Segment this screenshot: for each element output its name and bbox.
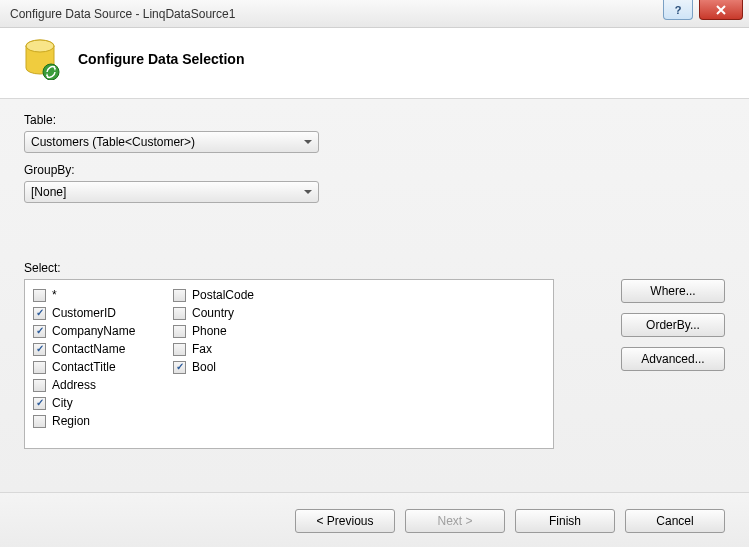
checkbox-icon[interactable] (173, 289, 186, 302)
checkbox-icon[interactable] (33, 289, 46, 302)
checkbox-icon[interactable] (33, 379, 46, 392)
checkbox-icon[interactable] (173, 307, 186, 320)
field-item[interactable]: * (33, 286, 153, 304)
checkbox-icon[interactable] (33, 307, 46, 320)
field-label: Fax (192, 342, 212, 356)
checkbox-icon[interactable] (33, 397, 46, 410)
window-buttons: ? (663, 0, 749, 27)
field-label: Country (192, 306, 234, 320)
field-item[interactable]: CustomerID (33, 304, 153, 322)
field-label: * (52, 288, 57, 302)
field-item[interactable]: Phone (173, 322, 293, 340)
checkbox-icon[interactable] (173, 343, 186, 356)
checkbox-icon[interactable] (33, 325, 46, 338)
select-fields-listbox: *CustomerIDCompanyNameContactNameContact… (24, 279, 554, 449)
field-label: Phone (192, 324, 227, 338)
field-item[interactable]: Bool (173, 358, 293, 376)
groupby-combobox-value: [None] (31, 185, 66, 199)
cancel-button[interactable]: Cancel (625, 509, 725, 533)
table-combobox-value: Customers (Table<Customer>) (31, 135, 195, 149)
wizard-heading: Configure Data Selection (78, 51, 244, 67)
field-label: Bool (192, 360, 216, 374)
field-item[interactable]: Address (33, 376, 153, 394)
checkbox-icon[interactable] (173, 361, 186, 374)
table-label: Table: (24, 113, 725, 127)
field-item[interactable]: CompanyName (33, 322, 153, 340)
finish-button[interactable]: Finish (515, 509, 615, 533)
where-button[interactable]: Where... (621, 279, 725, 303)
titlebar: Configure Data Source - LinqDataSource1 … (0, 0, 749, 28)
field-item[interactable]: Fax (173, 340, 293, 358)
groupby-combobox[interactable]: [None] (24, 181, 319, 203)
chevron-down-icon (304, 190, 312, 194)
content-area: Table: Customers (Table<Customer>) Group… (0, 99, 749, 492)
table-combobox[interactable]: Customers (Table<Customer>) (24, 131, 319, 153)
field-label: ContactName (52, 342, 125, 356)
groupby-label: GroupBy: (24, 163, 725, 177)
field-item[interactable]: ContactName (33, 340, 153, 358)
close-icon (715, 5, 727, 15)
field-item[interactable]: Region (33, 412, 153, 430)
field-label: City (52, 396, 73, 410)
field-label: PostalCode (192, 288, 254, 302)
close-button[interactable] (699, 0, 743, 20)
chevron-down-icon (304, 140, 312, 144)
field-item[interactable]: ContactTitle (33, 358, 153, 376)
checkbox-icon[interactable] (33, 343, 46, 356)
field-label: Address (52, 378, 96, 392)
wizard-header: Configure Data Selection (0, 28, 749, 99)
checkbox-icon[interactable] (173, 325, 186, 338)
checkbox-icon[interactable] (33, 415, 46, 428)
field-item[interactable]: Country (173, 304, 293, 322)
window-title: Configure Data Source - LinqDataSource1 (10, 7, 663, 21)
field-item[interactable]: City (33, 394, 153, 412)
svg-point-1 (26, 40, 54, 52)
field-label: CompanyName (52, 324, 135, 338)
field-item[interactable]: PostalCode (173, 286, 293, 304)
previous-button[interactable]: < Previous (295, 509, 395, 533)
orderby-button[interactable]: OrderBy... (621, 313, 725, 337)
select-label: Select: (24, 261, 554, 275)
next-button: Next > (405, 509, 505, 533)
field-label: Region (52, 414, 90, 428)
field-label: CustomerID (52, 306, 116, 320)
checkbox-icon[interactable] (33, 361, 46, 374)
wizard-footer: < Previous Next > Finish Cancel (0, 492, 749, 547)
database-icon (20, 38, 60, 80)
field-label: ContactTitle (52, 360, 116, 374)
advanced-button[interactable]: Advanced... (621, 347, 725, 371)
help-button[interactable]: ? (663, 0, 693, 20)
